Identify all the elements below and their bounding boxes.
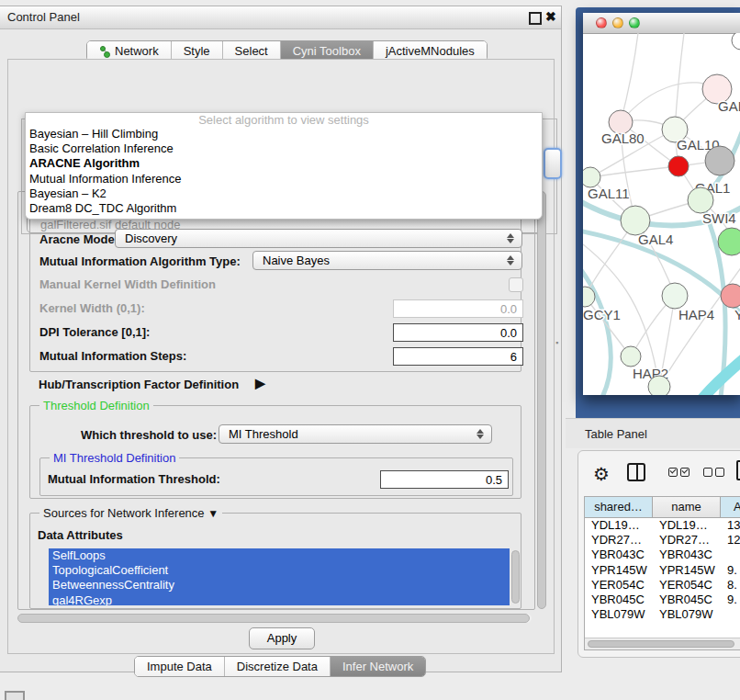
manual-kernel-checkbox[interactable] <box>509 277 523 292</box>
network-node[interactable] <box>662 283 688 309</box>
tab-network[interactable]: Network <box>87 41 172 61</box>
table-cell: YBR045C <box>585 593 653 607</box>
tab-cyni-toolbox[interactable]: Cyni Toolbox <box>281 41 374 61</box>
collapse-arrow-icon[interactable]: ▼ <box>207 507 219 520</box>
focused-combo-fragment[interactable] <box>544 148 562 179</box>
table-row[interactable]: YBR043CYBR043C <box>585 548 740 562</box>
network-node[interactable] <box>732 33 740 50</box>
table-cell: YER054C <box>585 578 653 593</box>
table-row[interactable]: YBR045CYBR045C9. <box>585 593 740 607</box>
mac-close-button[interactable] <box>596 17 607 28</box>
mi-steps-label: Mutual Information Steps: <box>39 349 186 363</box>
network-node[interactable] <box>718 228 740 255</box>
algorithm-item[interactable]: Basic Correlation Inference <box>26 141 542 156</box>
close-icon[interactable]: ✖ <box>545 9 556 24</box>
kernel-width-label: Kernel Width (0,1): <box>39 301 145 315</box>
network-node-label: Y <box>734 307 740 322</box>
apply-button[interactable]: Apply <box>249 627 315 649</box>
table-row[interactable]: YPR145WYPR145W9. <box>585 563 740 578</box>
table-cell: 9. <box>721 593 740 607</box>
network-node[interactable] <box>721 284 740 308</box>
algorithm-item[interactable]: Bayesian – Hill Climbing <box>26 127 542 141</box>
table-panel: ⚙ shared…nameA YDL19…YDL19…13YDR27…YDR27… <box>577 450 740 658</box>
table-cell: YBL079W <box>585 607 653 621</box>
checked-checkbox-icon[interactable] <box>680 468 690 477</box>
unchecked-checkbox-icon[interactable] <box>703 468 712 477</box>
tab-impute-data[interactable]: Impute Data <box>135 657 225 676</box>
table-cell: YDR27… <box>585 533 653 548</box>
mi-steps-field[interactable]: 6 <box>393 347 523 366</box>
table-cell: YBR045C <box>653 593 721 607</box>
algorithm-item[interactable]: ARACNE Algorithm <box>26 156 542 171</box>
network-window-titlebar[interactable] <box>583 13 740 34</box>
algorithm-item[interactable]: Bayesian – K2 <box>26 186 542 201</box>
column-header[interactable]: A <box>721 497 740 517</box>
algorithm-definition-group: Algorithm Definition Aracne Mode: Discov… <box>29 212 521 372</box>
hub-definition-label[interactable]: Hub/Transcription Factor Definition <box>39 378 239 391</box>
table-cell: YDL19… <box>653 518 721 533</box>
network-node[interactable] <box>688 187 713 213</box>
table-row[interactable]: YER054CYER054C8. <box>585 578 740 593</box>
settings-horizontal-scrollbar-track <box>17 614 532 623</box>
algorithm-item[interactable]: Mutual Information Inference <box>26 172 542 186</box>
checked-checkbox-icon[interactable] <box>668 468 678 477</box>
mi-algorithm-type-combo[interactable]: Naive Bayes <box>252 251 522 270</box>
tab-style[interactable]: Style <box>172 41 223 61</box>
tab-discretize-data[interactable]: Discretize Data <box>225 657 331 676</box>
stepper-icon <box>507 254 515 266</box>
attribute-item[interactable]: gal4RGexp <box>49 593 510 605</box>
table-row[interactable]: YDL19…YDL19…13 <box>585 518 740 533</box>
cyni-toolbox-content: galFiltered.sif default node Select algo… <box>7 59 555 654</box>
table-cell: YDL19… <box>585 518 653 533</box>
attribute-list-scrollbar[interactable] <box>511 550 520 604</box>
document-icon[interactable] <box>736 460 740 480</box>
dpi-tolerance-field[interactable]: 0.0 <box>393 323 523 342</box>
mac-zoom-button[interactable] <box>629 17 640 28</box>
network-edge <box>583 266 611 395</box>
settings-horizontal-scrollbar[interactable] <box>17 614 530 623</box>
table-cell: YBR043C <box>653 548 721 562</box>
aracne-mode-combo[interactable]: Discovery <box>115 229 522 248</box>
network-edge <box>590 166 678 177</box>
gear-icon[interactable]: ⚙ <box>593 463 610 485</box>
splitter-grip-icon[interactable]: ▪ <box>555 338 562 347</box>
network-canvas[interactable]: GALGAL80GAL10GAL1GAL11SWI4GAL4GCY1HAP4YH… <box>583 33 740 395</box>
table-cell: YBR043C <box>585 548 653 562</box>
algorithm-item[interactable]: Dream8 DC_TDC Algorithm <box>26 201 542 216</box>
network-node[interactable] <box>705 146 734 175</box>
network-node[interactable] <box>648 376 670 395</box>
kernel-width-field[interactable]: 0.0 <box>393 299 523 318</box>
mi-threshold-field[interactable]: 0.5 <box>380 470 509 489</box>
tab-label: Network <box>115 41 159 61</box>
manual-kernel-label: Manual Kernel Width Definition <box>39 277 216 291</box>
column-header[interactable]: name <box>653 497 721 517</box>
attribute-item[interactable]: TopologicalCoefficient <box>49 563 510 578</box>
attribute-item[interactable]: BetweennessCentrality <box>49 578 510 593</box>
data-attributes-label: Data Attributes <box>38 528 123 542</box>
network-node[interactable] <box>583 167 600 187</box>
minimized-panel-icon[interactable] <box>5 691 25 700</box>
network-node-label: GAL11 <box>588 186 630 201</box>
table-cell: 8. <box>721 578 740 593</box>
network-node[interactable] <box>621 346 641 367</box>
table-horizontal-scrollbar[interactable] <box>588 640 734 648</box>
tab-infer-network[interactable]: Infer Network <box>331 657 425 676</box>
tab-label: Discretize Data <box>237 657 318 676</box>
table-row[interactable]: YBL079WYBL079W <box>585 607 740 621</box>
columns-icon[interactable] <box>627 463 645 481</box>
float-icon[interactable] <box>529 12 542 25</box>
settings-vertical-scrollbar[interactable] <box>537 191 546 609</box>
network-node[interactable] <box>668 156 689 176</box>
mac-minimize-button[interactable] <box>612 17 623 28</box>
expand-arrow-icon[interactable]: ▶ <box>255 376 265 390</box>
which-threshold-combo[interactable]: MI Threshold <box>219 424 492 444</box>
network-node-label: GCY1 <box>583 307 621 322</box>
table-cell: 12 <box>721 533 740 548</box>
table-toolbar: ⚙ <box>586 462 740 488</box>
column-header[interactable]: shared… <box>585 497 653 517</box>
attribute-item[interactable]: SelfLoops <box>49 548 510 563</box>
tab-jactivemnodules[interactable]: jActiveMNodules <box>374 41 487 61</box>
table-row[interactable]: YDR27…YDR27…12 <box>585 533 740 548</box>
tab-select[interactable]: Select <box>223 41 281 61</box>
unchecked-checkbox-icon[interactable] <box>715 468 724 477</box>
